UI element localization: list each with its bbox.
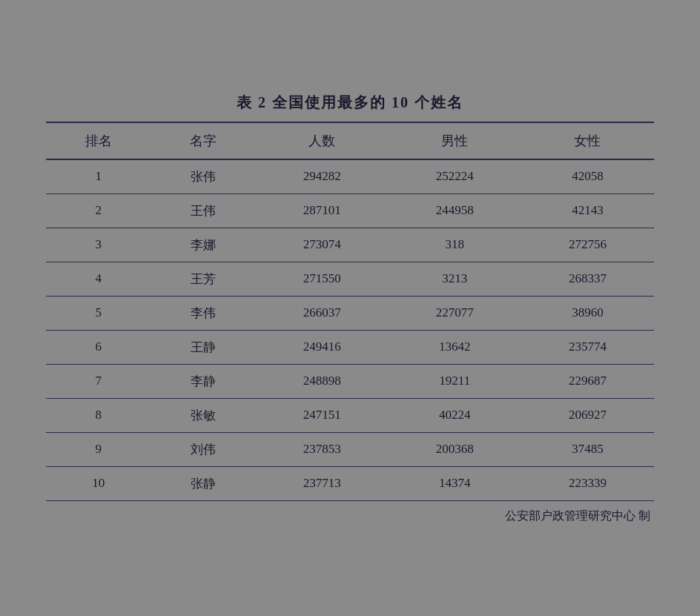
cell-rank: 4 (46, 262, 151, 296)
cell-male: 200368 (389, 432, 521, 466)
cell-total: 271550 (256, 262, 389, 296)
cell-rank: 2 (46, 193, 151, 228)
table-row: 4王芳2715503213268337 (46, 262, 654, 296)
table-row: 7李静24889819211229687 (46, 364, 654, 398)
cell-name: 张静 (151, 466, 255, 500)
table-row: 9刘伟23785320036837485 (46, 432, 654, 466)
cell-rank: 6 (46, 330, 151, 364)
cell-total: 294282 (256, 159, 389, 194)
cell-male: 252224 (389, 159, 521, 194)
table-row: 10张静23771314374223339 (46, 466, 654, 500)
cell-name: 李伟 (151, 296, 255, 330)
cell-name: 李娜 (151, 228, 255, 262)
cell-female: 206927 (521, 398, 654, 432)
cell-rank: 9 (46, 432, 151, 466)
cell-total: 237713 (256, 466, 389, 500)
table-row: 8张敏24715140224206927 (46, 398, 654, 432)
cell-male: 3213 (389, 262, 521, 296)
table-title: 表 2 全国使用最多的 10 个姓名 (46, 93, 654, 113)
table-row: 5李伟26603722707738960 (46, 296, 654, 330)
main-container: 表 2 全国使用最多的 10 个姓名 排名 名字 人数 男性 女性 1张伟294… (16, 70, 684, 546)
table-row: 6王静24941613642235774 (46, 330, 654, 364)
cell-female: 235774 (521, 330, 654, 364)
cell-female: 37485 (521, 432, 654, 466)
col-header-total: 人数 (256, 122, 389, 159)
cell-total: 249416 (256, 330, 389, 364)
cell-name: 王芳 (151, 262, 255, 296)
cell-total: 248898 (256, 364, 389, 398)
cell-rank: 8 (46, 398, 151, 432)
cell-male: 13642 (389, 330, 521, 364)
cell-rank: 10 (46, 466, 151, 500)
cell-female: 229687 (521, 364, 654, 398)
cell-female: 223339 (521, 466, 654, 500)
cell-total: 266037 (256, 296, 389, 330)
cell-name: 李静 (151, 364, 255, 398)
cell-female: 268337 (521, 262, 654, 296)
col-header-name: 名字 (151, 122, 255, 159)
cell-total: 237853 (256, 432, 389, 466)
cell-female: 42058 (521, 159, 654, 194)
cell-rank: 3 (46, 228, 151, 262)
cell-female: 272756 (521, 228, 654, 262)
col-header-rank: 排名 (46, 122, 151, 159)
cell-name: 王伟 (151, 193, 255, 228)
col-header-female: 女性 (521, 122, 654, 159)
cell-male: 227077 (389, 296, 521, 330)
cell-male: 14374 (389, 466, 521, 500)
cell-rank: 1 (46, 159, 151, 194)
cell-male: 318 (389, 228, 521, 262)
cell-rank: 5 (46, 296, 151, 330)
cell-rank: 7 (46, 364, 151, 398)
cell-total: 287101 (256, 193, 389, 228)
table-row: 3李娜273074318272756 (46, 228, 654, 262)
cell-name: 张敏 (151, 398, 255, 432)
cell-male: 244958 (389, 193, 521, 228)
col-header-male: 男性 (389, 122, 521, 159)
cell-name: 王静 (151, 330, 255, 364)
cell-female: 38960 (521, 296, 654, 330)
cell-total: 247151 (256, 398, 389, 432)
cell-name: 刘伟 (151, 432, 255, 466)
table-row: 1张伟29428225222442058 (46, 159, 654, 194)
cell-name: 张伟 (151, 159, 255, 194)
table-header-row: 排名 名字 人数 男性 女性 (46, 122, 654, 159)
data-table: 排名 名字 人数 男性 女性 1张伟294282252224420582王伟28… (46, 122, 654, 501)
cell-male: 40224 (389, 398, 521, 432)
footer-note: 公安部户政管理研究中心 制 (46, 509, 654, 524)
cell-female: 42143 (521, 193, 654, 228)
cell-male: 19211 (389, 364, 521, 398)
table-row: 2王伟28710124495842143 (46, 193, 654, 228)
cell-total: 273074 (256, 228, 389, 262)
